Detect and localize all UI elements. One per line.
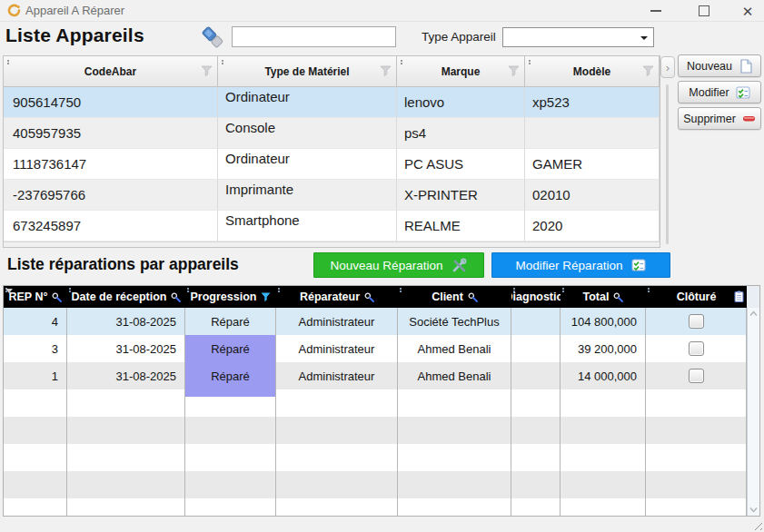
- reparation-cell-diagnostic[interactable]: [511, 335, 561, 362]
- empty-cell: [185, 498, 276, 516]
- appareil-row[interactable]: 1118736147OrdinateurPC ASUSGAMER: [4, 149, 660, 180]
- column-header-modele[interactable]: Modèle: [525, 56, 660, 87]
- appareil-cell-modele[interactable]: xp523: [525, 87, 660, 118]
- reparation-cell-total[interactable]: 104 800,000: [561, 308, 646, 335]
- reparation-cell-rep-no[interactable]: 1: [4, 362, 67, 389]
- cloture-checkbox[interactable]: [689, 314, 704, 329]
- appareil-cell-code[interactable]: 405957935: [4, 118, 218, 149]
- reparation-cell-diagnostic[interactable]: [511, 308, 561, 335]
- appareil-row[interactable]: 405957935Consoleps4: [4, 118, 660, 149]
- appareil-cell-type[interactable]: Ordinateur: [218, 87, 397, 118]
- type-appareil-select[interactable]: [502, 27, 654, 47]
- appareil-cell-marque[interactable]: lenovo: [397, 87, 525, 118]
- column-header-total[interactable]: Total: [561, 286, 646, 308]
- column-header-rep-no[interactable]: REP N°: [4, 286, 67, 308]
- search-icon[interactable]: [364, 292, 374, 302]
- column-header-date-reception[interactable]: Date de réception: [67, 286, 185, 308]
- reparation-cell-client[interactable]: Société TechPlus: [398, 308, 511, 335]
- cloture-checkbox[interactable]: [689, 341, 704, 356]
- reparation-row[interactable]: 331-08-2025RéparéAdministrateurAhmed Ben…: [4, 335, 747, 362]
- clipboard-icon[interactable]: [734, 291, 744, 302]
- appareil-cell-code[interactable]: 905614750: [4, 87, 218, 118]
- appareil-row[interactable]: 673245897SmartphoneREALME2020: [4, 211, 660, 241]
- maximize-button[interactable]: [692, 1, 716, 21]
- column-header-reparateur[interactable]: Réparateur: [276, 286, 398, 308]
- reparation-cell-client[interactable]: Ahmed Benali: [398, 362, 511, 389]
- appareil-row[interactable]: 905614750Ordinateurlenovoxp523: [4, 87, 660, 118]
- window-resize-grip[interactable]: [751, 519, 762, 530]
- reparation-row[interactable]: 431-08-2025RéparéAdministrateurSociété T…: [4, 308, 747, 335]
- appareil-cell-code[interactable]: 1118736147: [4, 149, 218, 180]
- horizontal-scrollbar-track[interactable]: [4, 241, 660, 247]
- appareil-cell-marque[interactable]: ps4: [397, 118, 525, 149]
- reparation-cell-reparateur[interactable]: Administrateur: [276, 362, 398, 389]
- column-label: REP N°: [9, 291, 48, 303]
- expand-panel-button[interactable]: ›: [660, 56, 675, 78]
- supprimer-button[interactable]: Supprimer: [678, 107, 761, 130]
- search-icon[interactable]: [468, 292, 478, 302]
- reparation-cell-cloture[interactable]: [646, 362, 747, 389]
- grid-filter-corner-icon[interactable]: [5, 289, 13, 293]
- reparation-cell-progression[interactable]: Réparé: [185, 362, 276, 389]
- reparation-cell-date-reception[interactable]: 31-08-2025: [67, 335, 185, 362]
- column-header-progression[interactable]: Progression: [185, 286, 276, 308]
- scroll-up-icon[interactable]: [749, 310, 758, 317]
- section-title-reparations: Liste réparations par appareils: [7, 255, 239, 274]
- modifier-reparation-button[interactable]: Modifier Réparation: [491, 252, 670, 278]
- appareil-cell-type[interactable]: Smartphone: [218, 211, 397, 241]
- appareil-cell-type[interactable]: Ordinateur: [218, 149, 397, 180]
- reparation-cell-progression[interactable]: Réparé: [185, 335, 276, 362]
- reparation-cell-client[interactable]: Ahmed Benali: [398, 335, 511, 362]
- reparation-cell-reparateur[interactable]: Administrateur: [276, 335, 398, 362]
- appareil-cell-marque[interactable]: REALME: [397, 211, 525, 241]
- appareil-cell-type[interactable]: Imprimante: [218, 180, 397, 211]
- search-icon[interactable]: [613, 292, 623, 302]
- scroll-down-icon[interactable]: [749, 507, 758, 513]
- appareil-cell-marque[interactable]: PC ASUS: [397, 149, 525, 180]
- close-button[interactable]: ✕: [736, 1, 759, 21]
- column-header-type[interactable]: Type de Matériel: [218, 56, 397, 87]
- appareil-cell-code[interactable]: 673245897: [4, 211, 218, 241]
- filter-icon[interactable]: [508, 65, 520, 76]
- vertical-scrollbar-track[interactable]: [666, 84, 669, 244]
- reparation-cell-progression[interactable]: Réparé: [185, 308, 276, 335]
- reparation-cell-rep-no[interactable]: 4: [4, 308, 67, 335]
- column-header-codeabar[interactable]: CodeAbar: [4, 56, 218, 87]
- appareil-cell-modele[interactable]: 02010: [525, 180, 660, 211]
- reparation-cell-reparateur[interactable]: Administrateur: [276, 308, 398, 335]
- appareil-cell-modele[interactable]: [525, 118, 660, 149]
- minimize-button[interactable]: [644, 1, 668, 21]
- column-header-client[interactable]: Client: [398, 286, 511, 308]
- filter-icon[interactable]: [201, 65, 213, 76]
- empty-cell: [646, 471, 747, 498]
- reparation-cell-total[interactable]: 14 000,000: [561, 362, 646, 389]
- appareil-row[interactable]: -237695766ImprimanteX-PRINTER02010: [4, 180, 660, 211]
- search-icon[interactable]: [52, 292, 62, 302]
- search-icon[interactable]: [171, 292, 181, 302]
- nouveau-button[interactable]: Nouveau: [678, 54, 761, 77]
- filter-icon[interactable]: [642, 65, 654, 76]
- filter-icon[interactable]: [380, 65, 392, 76]
- appareil-cell-code[interactable]: -237695766: [4, 180, 218, 211]
- column-header-cloture[interactable]: Clôturé: [646, 286, 747, 308]
- modifier-button[interactable]: Modifier: [678, 81, 761, 103]
- appareil-cell-modele[interactable]: GAMER: [525, 149, 660, 180]
- filter-icon[interactable]: [261, 292, 271, 302]
- nouveau-reparation-button[interactable]: Nouveau Réparation: [313, 252, 484, 278]
- appareil-cell-type[interactable]: Console: [218, 118, 397, 149]
- reparation-cell-rep-no[interactable]: 3: [4, 335, 67, 362]
- reparation-row[interactable]: 131-08-2025RéparéAdministrateurAhmed Ben…: [4, 362, 747, 389]
- reparation-cell-total[interactable]: 39 200,000: [561, 335, 646, 362]
- appareil-cell-marque[interactable]: X-PRINTER: [397, 180, 525, 211]
- column-header-diagnostic[interactable]: Diagnostic: [511, 286, 561, 308]
- cloture-checkbox[interactable]: [689, 369, 704, 383]
- column-header-marque[interactable]: Marque: [397, 56, 525, 87]
- reparation-cell-date-reception[interactable]: 31-08-2025: [67, 362, 185, 389]
- reparation-cell-cloture[interactable]: [646, 308, 747, 335]
- reparation-cell-date-reception[interactable]: 31-08-2025: [67, 308, 185, 335]
- vertical-scrollbar[interactable]: [747, 308, 759, 516]
- search-input[interactable]: [232, 26, 396, 47]
- reparation-cell-cloture[interactable]: [646, 335, 747, 362]
- reparation-cell-diagnostic[interactable]: [511, 362, 561, 389]
- appareil-cell-modele[interactable]: 2020: [525, 211, 660, 241]
